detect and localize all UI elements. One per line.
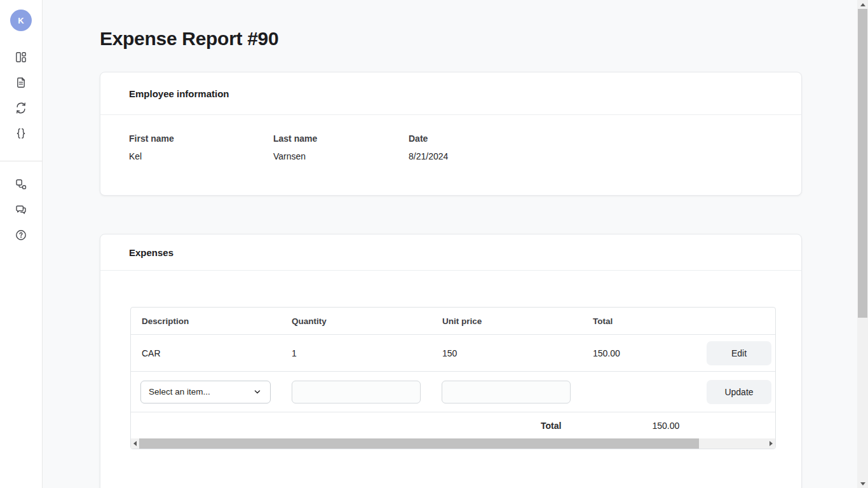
total-value: 150.00 xyxy=(652,421,679,431)
sidebar-item-help[interactable] xyxy=(15,229,27,241)
scroll-up-arrow-icon[interactable] xyxy=(857,0,868,9)
item-select-value: Select an item... xyxy=(149,387,210,396)
horizontal-scrollbar-thumb[interactable] xyxy=(139,438,699,449)
avatar[interactable]: K xyxy=(10,10,32,31)
sidebar-item-sync[interactable] xyxy=(15,102,27,114)
date-value: 8/21/2024 xyxy=(409,151,773,161)
first-name-value: Kel xyxy=(129,151,273,161)
vertical-scrollbar-thumb[interactable] xyxy=(858,9,867,318)
header-total: Total xyxy=(593,316,707,326)
main-content: Expense Report #90 Employee information … xyxy=(43,28,857,488)
scroll-down-arrow-icon[interactable] xyxy=(857,479,868,488)
sidebar-nav-primary xyxy=(15,51,27,152)
table-row: CAR 1 150 150.00 Edit xyxy=(131,335,775,372)
employee-information-card: Employee information First name Kel Last… xyxy=(100,72,802,196)
dashboard-icon xyxy=(15,51,27,64)
chat-icon xyxy=(15,203,27,216)
last-name-value: Varnsen xyxy=(273,151,409,161)
expenses-card-title: Expenses xyxy=(129,247,173,258)
sidebar-item-dashboard[interactable] xyxy=(15,51,27,64)
expenses-card-body: Description Quantity Unit price Total CA… xyxy=(100,271,801,488)
new-expense-row: Select an item... Update xyxy=(131,372,775,412)
employee-card-body: First name Kel Last name Varnsen Date 8/… xyxy=(100,115,801,195)
sync-icon xyxy=(15,102,27,114)
first-name-label: First name xyxy=(129,133,273,144)
scroll-left-arrow-icon[interactable] xyxy=(131,438,139,449)
sidebar-nav-secondary xyxy=(15,178,27,254)
scroll-right-arrow-icon[interactable] xyxy=(767,438,775,449)
expenses-card: Expenses Description Quantity Unit price… xyxy=(100,234,802,488)
quantity-input[interactable] xyxy=(292,381,421,403)
unit-price-input[interactable] xyxy=(442,381,571,403)
field-last-name: Last name Varnsen xyxy=(273,133,409,161)
date-label: Date xyxy=(409,133,773,144)
sidebar-item-chat[interactable] xyxy=(15,203,27,216)
sidebar-item-documents[interactable] xyxy=(15,76,27,89)
employee-card-title: Employee information xyxy=(129,88,229,99)
header-quantity: Quantity xyxy=(292,316,442,326)
cell-unit-price: 150 xyxy=(442,348,593,358)
cell-quantity: 1 xyxy=(292,348,442,358)
expenses-card-header: Expenses xyxy=(100,234,801,271)
horizontal-scrollbar[interactable] xyxy=(131,438,775,449)
document-icon xyxy=(15,76,27,89)
cell-total: 150.00 xyxy=(593,348,707,358)
table-total-row: Total 150.00 xyxy=(131,412,775,438)
header-unit-price: Unit price xyxy=(442,316,593,326)
field-first-name: First name Kel xyxy=(129,133,273,161)
edit-button[interactable]: Edit xyxy=(707,341,771,365)
expenses-table-header-row: Description Quantity Unit price Total xyxy=(131,308,775,335)
cell-description: CAR xyxy=(142,348,292,358)
header-description: Description xyxy=(142,316,292,326)
flow-icon xyxy=(15,178,27,191)
chevron-down-icon xyxy=(252,387,262,397)
sidebar-item-code[interactable] xyxy=(15,127,27,140)
braces-icon xyxy=(15,127,27,140)
last-name-label: Last name xyxy=(273,133,409,144)
total-label: Total xyxy=(541,421,561,431)
expenses-table: Description Quantity Unit price Total CA… xyxy=(130,307,776,449)
help-icon xyxy=(15,229,27,241)
sidebar-divider xyxy=(0,161,43,161)
item-select[interactable]: Select an item... xyxy=(140,381,271,403)
employee-card-header: Employee information xyxy=(100,72,801,115)
sidebar-item-flows[interactable] xyxy=(15,178,27,191)
field-date: Date 8/21/2024 xyxy=(409,133,773,161)
update-button[interactable]: Update xyxy=(707,380,771,404)
vertical-scrollbar[interactable] xyxy=(857,0,868,488)
page-title: Expense Report #90 xyxy=(100,28,802,50)
left-sidebar: K xyxy=(0,0,43,488)
